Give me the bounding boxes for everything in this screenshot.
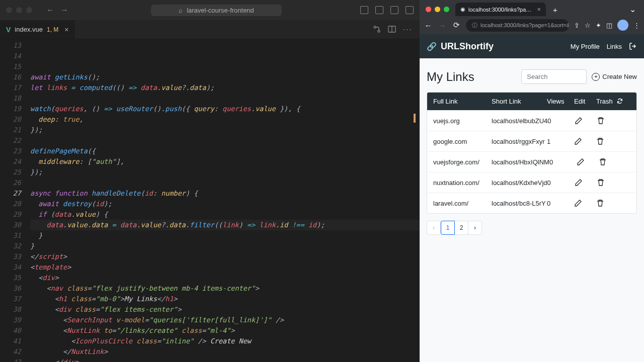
nav-links[interactable]: Links bbox=[607, 43, 622, 50]
page-prev[interactable]: ‹ bbox=[427, 221, 441, 235]
cell-short-link: localhost/KdxheVjd bbox=[492, 179, 547, 187]
split-editor-icon[interactable] bbox=[388, 25, 396, 34]
panel-right-icon[interactable] bbox=[390, 6, 398, 14]
more-icon[interactable]: ··· bbox=[403, 25, 413, 34]
code-editor[interactable]: 1314151617181920212223242526272829303132… bbox=[0, 39, 420, 362]
code-content[interactable]: await getLinks();let links = computed(()… bbox=[30, 39, 420, 362]
cell-full-link: vuejsforge.com/ bbox=[433, 158, 492, 166]
svg-point-0 bbox=[374, 26, 376, 28]
table-row: nuxtnation.com/localhost/KdxheVjd0 bbox=[427, 172, 636, 193]
app-main: My Links + Create New Full Link Short Li… bbox=[420, 58, 644, 246]
globe-icon: ◉ bbox=[460, 6, 465, 13]
col-full-link: Full Link bbox=[433, 98, 492, 105]
page-1[interactable]: 1 bbox=[441, 221, 455, 235]
table-row: vuejs.orglocalhost/elbubZU40 bbox=[427, 110, 636, 131]
page-next[interactable]: › bbox=[468, 221, 482, 235]
profile-avatar[interactable] bbox=[617, 20, 628, 31]
create-new-button[interactable]: + Create New bbox=[592, 73, 637, 81]
cell-views: 1 bbox=[547, 138, 574, 145]
logout-icon[interactable] bbox=[629, 42, 637, 50]
close-icon[interactable]: × bbox=[64, 26, 68, 34]
url-text: localhost:3000/links?page=1&sort=&filter… bbox=[480, 22, 569, 28]
refresh-icon[interactable] bbox=[616, 98, 626, 105]
edit-icon[interactable] bbox=[574, 199, 596, 207]
close-icon[interactable]: × bbox=[537, 6, 541, 13]
cell-short-link: localhost/HbxIQlNM bbox=[492, 158, 549, 166]
cell-short-link: localhost/elbubZU4 bbox=[492, 117, 547, 125]
app-header: 🔗 URLShortify My Profile Links bbox=[420, 34, 644, 58]
svg-point-1 bbox=[378, 30, 380, 32]
cell-full-link: nuxtnation.com/ bbox=[433, 179, 492, 187]
cell-short-link: localhost/bc8-L5rY bbox=[492, 200, 547, 207]
share-icon[interactable]: ⇧ bbox=[574, 22, 580, 29]
new-tab-button[interactable]: + bbox=[549, 4, 561, 16]
address-bar[interactable]: ⓘ localhost:3000/links?page=1&sort=&filt… bbox=[466, 19, 569, 32]
forward-icon[interactable]: → bbox=[60, 6, 68, 15]
search-input[interactable] bbox=[521, 69, 587, 84]
col-views: Views bbox=[547, 98, 574, 105]
nav-arrows: ← → bbox=[46, 6, 68, 15]
project-name: laravel-course-frontend bbox=[187, 7, 254, 14]
trash-icon[interactable] bbox=[597, 178, 617, 187]
close-window-icon[interactable] bbox=[426, 7, 431, 12]
edit-icon[interactable] bbox=[575, 117, 597, 125]
line-gutter: 1314151617181920212223242526272829303132… bbox=[0, 39, 30, 362]
reload-icon[interactable]: ⟳ bbox=[452, 21, 461, 30]
close-window-icon[interactable] bbox=[6, 7, 12, 13]
cell-full-link: laravel.com/ bbox=[433, 200, 492, 207]
side-panel-icon[interactable]: ◫ bbox=[606, 22, 612, 29]
tab-filename: index.vue bbox=[15, 26, 43, 33]
brand-name: URLShortify bbox=[441, 41, 494, 52]
col-trash: Trash bbox=[596, 98, 616, 105]
table-row: laravel.com/localhost/bc8-L5rY0 bbox=[427, 193, 636, 213]
tab-index-vue[interactable]: V index.vue 1, M × bbox=[0, 20, 75, 39]
address-bar-row: ← → ⟳ ⓘ localhost:3000/links?page=1&sort… bbox=[420, 16, 644, 34]
back-icon[interactable]: ← bbox=[46, 6, 54, 15]
cell-short-link: localhost/rggxFxyr bbox=[492, 138, 547, 145]
minimize-window-icon[interactable] bbox=[16, 7, 22, 13]
layout-icon[interactable] bbox=[406, 6, 414, 14]
edit-icon[interactable] bbox=[575, 178, 597, 187]
extensions-icon[interactable]: ✦ bbox=[596, 22, 601, 29]
app-nav: My Profile Links bbox=[571, 42, 637, 50]
site-info-icon[interactable]: ⓘ bbox=[472, 22, 477, 29]
chevron-down-icon[interactable]: ⌄ bbox=[625, 3, 640, 16]
browser-tab[interactable]: ◉ localhost:3000/links?page=1& × bbox=[455, 3, 546, 16]
forward-icon[interactable]: → bbox=[438, 21, 447, 30]
tab-status: 1, M bbox=[47, 26, 58, 33]
trash-icon[interactable] bbox=[597, 117, 617, 125]
editor-titlebar: ← → ⌕ laravel-course-frontend bbox=[0, 0, 420, 20]
col-edit: Edit bbox=[574, 98, 596, 105]
back-icon[interactable]: ← bbox=[424, 21, 433, 30]
cell-full-link: vuejs.org bbox=[433, 117, 492, 125]
edit-icon[interactable] bbox=[574, 137, 596, 145]
panel-left-icon[interactable] bbox=[360, 6, 368, 14]
bookmark-icon[interactable]: ☆ bbox=[585, 22, 591, 29]
search-icon: ⌕ bbox=[179, 7, 183, 14]
cell-views: 0 bbox=[549, 158, 577, 166]
cell-full-link: google.com bbox=[433, 138, 492, 145]
links-table: Full Link Short Link Views Edit Trash vu… bbox=[427, 92, 637, 214]
maximize-window-icon[interactable] bbox=[444, 7, 449, 12]
command-center[interactable]: ⌕ laravel-course-frontend bbox=[151, 5, 282, 16]
cell-views: 0 bbox=[547, 200, 574, 207]
brand[interactable]: 🔗 URLShortify bbox=[427, 41, 494, 52]
panel-bottom-icon[interactable] bbox=[375, 6, 383, 14]
menu-icon[interactable]: ⋮ bbox=[633, 22, 640, 29]
plus-circle-icon: + bbox=[592, 73, 600, 81]
page-2[interactable]: 2 bbox=[454, 221, 468, 235]
table-header: Full Link Short Link Views Edit Trash bbox=[427, 93, 636, 110]
edit-icon[interactable] bbox=[577, 158, 599, 166]
app-content: 🔗 URLShortify My Profile Links My Links … bbox=[420, 34, 644, 362]
layout-controls bbox=[360, 6, 414, 14]
trash-icon[interactable] bbox=[596, 137, 616, 145]
traffic-lights bbox=[6, 7, 32, 13]
maximize-window-icon[interactable] bbox=[26, 7, 32, 13]
nav-my-profile[interactable]: My Profile bbox=[571, 43, 600, 50]
trash-icon[interactable] bbox=[596, 199, 616, 207]
table-row: vuejsforge.com/localhost/HbxIQlNM0 bbox=[427, 151, 636, 172]
compare-icon[interactable] bbox=[373, 25, 381, 34]
minimize-window-icon[interactable] bbox=[435, 7, 440, 12]
trash-icon[interactable] bbox=[599, 158, 619, 166]
browser-traffic-lights bbox=[424, 7, 452, 16]
